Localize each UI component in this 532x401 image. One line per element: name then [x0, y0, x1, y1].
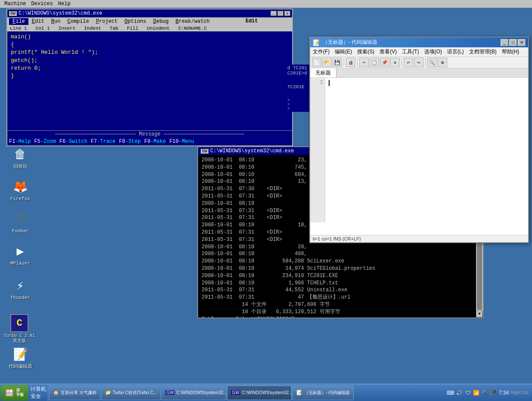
tc-f7-key[interactable]: F7-Trace [91, 139, 116, 145]
ce-menu-language[interactable]: 语言(L) [445, 47, 467, 56]
code-line-2: { [11, 41, 289, 49]
ce-menu-tools[interactable]: 工具(T) [399, 47, 421, 56]
tc-message-bar: ────────────────────────── Message ─────… [7, 130, 292, 138]
ce-editor-body: 1 [310, 78, 528, 222]
tray-right-ctrl: Right Ctrl [510, 390, 529, 395]
cmd-prompt: C:\Program Files\WINYES\TC201E> [202, 316, 473, 318]
mplayer-icon: ▶ [12, 243, 28, 259]
tc-menu-project[interactable]: Project [93, 18, 121, 25]
ce-maximize-button[interactable]: □ [509, 39, 517, 46]
tc-close-button[interactable]: ✕ [284, 11, 290, 16]
tc-titlebar-controls: _ □ ✕ [271, 11, 290, 16]
tc-filename-indicator: C:NONAME.C [178, 26, 207, 31]
tc-frag-line1: d TC201 [287, 65, 311, 71]
ce-line-numbers: 1 [310, 78, 325, 222]
ce-open-button[interactable]: 📂 [322, 58, 332, 67]
tc-menu-file[interactable]: File [9, 18, 28, 25]
ce-title-text: （无标题）- 代码编辑器 [323, 39, 377, 46]
ce-code-area[interactable] [325, 78, 528, 222]
tc-edit-label: Edit [213, 18, 290, 25]
tc-menu-options[interactable]: Options [121, 18, 149, 25]
quick-launch: 计算机安全 [29, 384, 48, 401]
taskbar: 🪟 开 卡饭 计算机安全 🏠 互助分享 大气谦和 📁 Turbo C软件|Tur… [0, 384, 532, 401]
ce-menu-file[interactable]: 文件(F) [310, 47, 332, 56]
taskbar-item-cmd2-icon: GW [231, 390, 240, 395]
tc-line-indicator: Line 1 [10, 26, 27, 31]
ce-menu-options[interactable]: 选项(O) [422, 47, 445, 56]
ce-menu-search[interactable]: 搜索(S) [355, 47, 377, 56]
devices-menu[interactable]: Devices [28, 1, 55, 7]
cmd-title-text: C:\WINDOWS\system32\cmd.exe [210, 148, 294, 154]
ce-menu-docmgr[interactable]: 文档管理(B) [467, 47, 499, 56]
ce-new-button[interactable]: 📄 [312, 58, 321, 67]
ce-menu-view[interactable]: 查看(V) [377, 47, 399, 56]
tc-fill-indicator: Fill [127, 26, 138, 31]
ce-print-button[interactable]: 🖨 [346, 58, 355, 67]
desktop-icon-mplayer[interactable]: ▶ MPlayer [5, 243, 35, 266]
ce-delete-button[interactable]: ✕ [390, 58, 400, 67]
taskbar-item-folder-label: Turbo C软件|Turbo C... [113, 390, 157, 396]
ce-undo-button[interactable]: ↩ [404, 58, 413, 67]
tc-f6-key[interactable]: F6-Switch [59, 139, 87, 145]
desktop-icon-turbo-c[interactable]: C Turbo C 2.01英文版 [2, 314, 37, 344]
tc-f1-key[interactable]: F1-Help [9, 139, 31, 145]
desktop-icon-code-editor[interactable]: 📝 代码编辑器 [5, 346, 35, 370]
ce-toolbar-sep1 [344, 58, 344, 67]
ce-toolbar: 📄 📂 💾 🖨 ✂ 📋 📌 ✕ ↩ ↪ 🔍 ⚙ [310, 57, 528, 68]
ce-menu-help[interactable]: 帮助(H) [499, 47, 522, 56]
desktop-icon-recycle-bin[interactable]: 🗑 回收站 [5, 146, 35, 170]
scrollbar-down-button[interactable]: ▼ [476, 311, 483, 318]
tc-f9-key[interactable]: F9-Make [144, 139, 166, 145]
ce-findnext-button[interactable]: ⚙ [438, 58, 447, 67]
system-menubar: Machine Devices Help [0, 0, 532, 8]
ce-close-button[interactable]: ✕ [518, 39, 526, 46]
ce-find-button[interactable]: 🔍 [427, 58, 437, 67]
taskbar-item-cmd2-label: C:\WINDOWS\system32... [242, 390, 292, 395]
ce-tab-untitled[interactable]: 无标题 [310, 68, 336, 77]
tray-flag-icon: 🏴 [490, 389, 497, 396]
desktop-icon-thunder[interactable]: ⚡ Thunder [5, 278, 35, 301]
ce-minimize-button[interactable]: _ [501, 39, 508, 46]
taskbar-item-cmd1[interactable]: GW C:\WINDOWS\system32... [162, 386, 226, 400]
tc-menubar: File Edit Run Compile Project Options De… [7, 18, 292, 25]
ce-copy-button[interactable]: 📋 [370, 58, 379, 67]
taskbar-item-turbo-c-folder[interactable]: 📁 Turbo C软件|Turbo C... [101, 386, 161, 400]
tc-editor-area[interactable]: main() { printf(" Hello World ! "); getc… [7, 31, 292, 130]
tray-security-icon: 🛡 [464, 389, 471, 396]
ce-paste-button[interactable]: 📌 [380, 58, 389, 67]
tc-menu-compile[interactable]: Compile [64, 18, 92, 25]
tc-minimize-button[interactable]: _ [271, 11, 277, 16]
taskbar-item-code-editor[interactable]: 📝 （无标题）- 代码编辑器 [292, 386, 354, 400]
ce-tab-label: 无标题 [315, 70, 331, 76]
machine-menu[interactable]: Machine [2, 1, 28, 7]
taskbar-item-home[interactable]: 🏠 互助分享 大气谦和 [49, 386, 100, 400]
tc-f5-key[interactable]: F5-Zoom [34, 139, 56, 145]
taskbar-item-home-icon: 🏠 [53, 390, 59, 395]
tc-menu-edit[interactable]: Edit [28, 18, 48, 25]
foobar-label: Foobar [12, 228, 29, 234]
tc-unindent-indicator: Unindent [147, 26, 170, 31]
start-button[interactable]: 🪟 开 卡饭 [1, 385, 28, 401]
start-icon: 🪟 [5, 389, 14, 397]
ce-tabs: 无标题 [310, 68, 528, 78]
ce-cut-button[interactable]: ✂ [359, 58, 369, 67]
cmd-line-21: 14 个文件 2,707,608 字节 [202, 301, 473, 308]
taskbar-item-cmd2[interactable]: GW C:\WINDOWS\system32... [227, 386, 292, 400]
help-menu[interactable]: Help [56, 1, 73, 7]
tc-menu-run[interactable]: Run [48, 18, 64, 25]
start-label-area: 开 卡饭 [16, 389, 24, 397]
tc-f8-key[interactable]: F8-Step [119, 139, 140, 145]
cmd-title-icon: GW [201, 149, 208, 154]
tc-frag-line4: TC201E [287, 84, 311, 89]
desktop-icon-foobar[interactable]: 🎵 Foobar [5, 211, 35, 234]
ce-save-button[interactable]: 💾 [333, 58, 342, 67]
ce-redo-button[interactable]: ↪ [414, 58, 423, 67]
cmd-title-left: GW C:\WINDOWS\system32\cmd.exe [201, 148, 294, 154]
ce-menu-edit[interactable]: 编辑(E) [332, 47, 355, 56]
tc-maximize-button[interactable]: □ [277, 11, 283, 16]
code-line-5: return 0; [11, 65, 289, 72]
tc-menu-breakwatch[interactable]: Break/watch [172, 18, 213, 25]
tc-menu-debug[interactable]: Debug [150, 18, 172, 25]
desktop-icon-firefox[interactable]: 🦊 Firefox [5, 179, 35, 202]
tc-f10-key[interactable]: F10-Menu [169, 139, 194, 145]
